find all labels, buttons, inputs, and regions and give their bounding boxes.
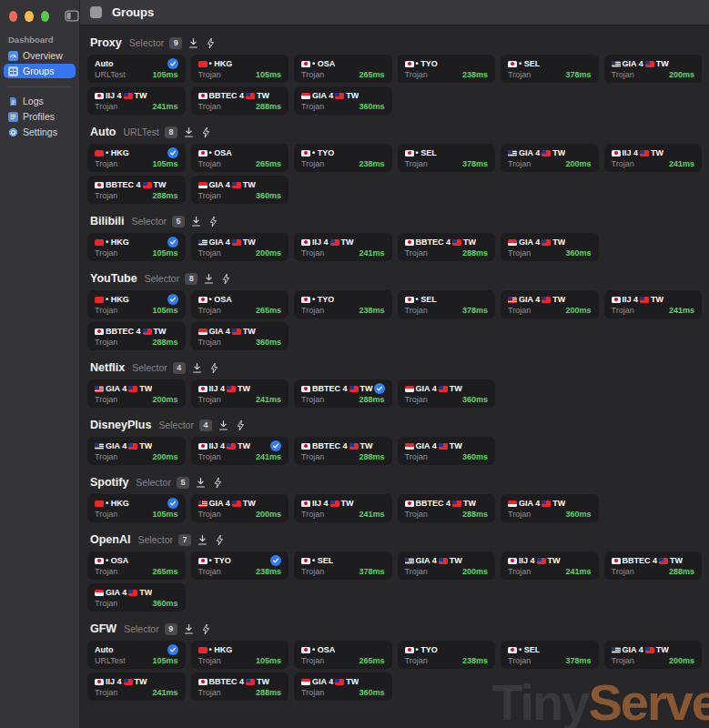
- proxy-card[interactable]: • HKGTrojan105ms: [87, 233, 186, 261]
- proxy-card[interactable]: BBTEC 4TWTrojan288ms: [294, 379, 392, 408]
- proxy-card[interactable]: AutoURLTest105ms: [87, 55, 186, 83]
- lightning-bolt-icon[interactable]: [205, 37, 217, 49]
- arrow-down-to-line-icon[interactable]: [203, 273, 215, 285]
- lightning-bolt-icon[interactable]: [200, 126, 212, 138]
- lightning-bolt-icon[interactable]: [212, 477, 224, 489]
- proxy-card[interactable]: • HKGTrojan105ms: [191, 641, 289, 669]
- proxy-card[interactable]: IIJ 4TWTrojan241ms: [604, 144, 703, 172]
- lightning-bolt-icon[interactable]: [208, 362, 220, 374]
- proxy-card[interactable]: • TYOTrojan238ms: [398, 641, 496, 669]
- proxy-latency: 378ms: [462, 159, 488, 168]
- proxy-card[interactable]: • TYOTrojan238ms: [294, 144, 392, 172]
- proxy-card[interactable]: GIA 4TWTrojan360ms: [191, 176, 289, 204]
- lightning-bolt-icon[interactable]: [220, 273, 232, 285]
- lightning-bolt-icon[interactable]: [214, 534, 226, 546]
- minimize-window-button[interactable]: [25, 11, 33, 22]
- lightning-bolt-icon[interactable]: [235, 420, 247, 431]
- arrow-down-to-line-icon[interactable]: [183, 623, 195, 635]
- proxy-card[interactable]: • HKGTrojan105ms: [87, 290, 186, 318]
- proxy-card[interactable]: GIA 4TWTrojan200ms: [191, 494, 289, 522]
- proxy-card[interactable]: GIA 4TWTrojan200ms: [501, 290, 599, 318]
- proxy-card[interactable]: IIJ 4TWTrojan241ms: [191, 437, 289, 465]
- flag-jp-icon: [95, 182, 104, 188]
- proxy-name-text: BBTEC 4: [312, 441, 348, 450]
- proxy-card[interactable]: IIJ 4TWTrojan241ms: [294, 494, 392, 522]
- proxy-card[interactable]: BBTEC 4TWTrojan288ms: [294, 437, 392, 465]
- proxy-card[interactable]: IIJ 4TWTrojan241ms: [191, 379, 289, 408]
- proxy-latency: 105ms: [256, 70, 281, 79]
- lightning-bolt-icon[interactable]: [200, 623, 212, 635]
- proxy-card[interactable]: AutoURLTest105ms: [87, 641, 186, 669]
- proxy-card[interactable]: GIA 4TWTrojan200ms: [604, 55, 703, 83]
- proxy-name-text: • TYO: [416, 59, 438, 68]
- arrow-down-to-line-icon[interactable]: [195, 477, 207, 489]
- proxy-card[interactable]: GIA 4TWTrojan360ms: [398, 379, 496, 408]
- proxy-card[interactable]: • SELTrojan378ms: [398, 290, 496, 318]
- proxy-card[interactable]: GIA 4TWTrojan360ms: [398, 437, 496, 465]
- proxy-card-top: GIA 4TW: [508, 294, 592, 305]
- proxy-card[interactable]: BBTEC 4TWTrojan288ms: [87, 322, 186, 350]
- sidebar-item-groups[interactable]: Groups: [4, 64, 76, 78]
- proxy-card[interactable]: BBTEC 4TWTrojan288ms: [191, 672, 289, 701]
- proxy-card[interactable]: • OSATrojan265ms: [87, 551, 186, 580]
- proxy-card[interactable]: GIA 4TWTrojan200ms: [501, 144, 599, 172]
- proxy-card[interactable]: GIA 4TWTrojan360ms: [294, 672, 392, 701]
- proxy-card[interactable]: IIJ 4TWTrojan241ms: [87, 672, 186, 701]
- sidebar-item-settings[interactable]: Settings: [4, 125, 76, 139]
- proxy-card[interactable]: IIJ 4TWTrojan241ms: [294, 233, 392, 261]
- proxy-card-sub: Trojan360ms: [508, 248, 592, 258]
- proxy-card[interactable]: GIA 4TWTrojan360ms: [87, 583, 186, 612]
- proxy-card[interactable]: • HKGTrojan105ms: [87, 144, 186, 172]
- flag-hk-icon: [198, 61, 208, 67]
- proxy-card[interactable]: • HKGTrojan105ms: [191, 55, 289, 83]
- close-window-button[interactable]: [9, 11, 17, 22]
- proxy-latency: 360ms: [359, 102, 384, 111]
- proxy-card[interactable]: BBTEC 4TWTrojan288ms: [604, 551, 703, 580]
- arrow-down-to-line-icon[interactable]: [218, 420, 229, 431]
- sidebar-item-profiles[interactable]: Profiles: [4, 109, 76, 124]
- proxy-card[interactable]: GIA 4TWTrojan200ms: [87, 379, 186, 408]
- arrow-down-to-line-icon[interactable]: [197, 534, 208, 546]
- proxy-card[interactable]: GIA 4TWTrojan200ms: [398, 551, 496, 580]
- proxy-card[interactable]: • OSATrojan265ms: [191, 144, 289, 172]
- arrow-down-to-line-icon[interactable]: [190, 216, 202, 228]
- arrow-down-to-line-icon[interactable]: [187, 37, 199, 49]
- proxy-card[interactable]: GIA 4TWTrojan200ms: [87, 437, 186, 465]
- proxy-card[interactable]: • SELTrojan378ms: [501, 55, 599, 83]
- proxy-latency: 200ms: [256, 248, 281, 258]
- sidebar-toggle-icon[interactable]: [65, 10, 79, 22]
- proxy-name-text: • SEL: [519, 59, 540, 68]
- proxy-card[interactable]: GIA 4TWTrojan200ms: [604, 641, 703, 669]
- proxy-card-sub: Trojan200ms: [405, 567, 489, 576]
- proxy-card[interactable]: • TYOTrojan238ms: [191, 551, 289, 580]
- proxy-card[interactable]: GIA 4TWTrojan360ms: [501, 233, 599, 261]
- proxy-card[interactable]: • SELTrojan378ms: [398, 144, 496, 172]
- proxy-card[interactable]: • OSATrojan265ms: [191, 290, 289, 318]
- proxy-card[interactable]: IIJ 4TWTrojan241ms: [604, 290, 703, 318]
- proxy-card[interactable]: IIJ 4TWTrojan241ms: [87, 86, 186, 115]
- proxy-card[interactable]: • OSATrojan265ms: [294, 641, 392, 669]
- sidebar-item-overview[interactable]: Overview: [4, 48, 76, 63]
- proxy-card[interactable]: GIA 4TWTrojan360ms: [294, 86, 392, 115]
- proxy-card[interactable]: BBTEC 4TWTrojan288ms: [398, 233, 496, 261]
- proxy-card[interactable]: • OSATrojan265ms: [294, 55, 392, 83]
- arrow-down-to-line-icon[interactable]: [183, 126, 195, 138]
- proxy-card[interactable]: GIA 4TWTrojan360ms: [191, 322, 289, 350]
- proxy-card[interactable]: GIA 4TWTrojan200ms: [191, 233, 289, 261]
- proxy-card[interactable]: BBTEC 4TWTrojan288ms: [87, 176, 186, 204]
- proxy-card[interactable]: • SELTrojan378ms: [294, 551, 392, 580]
- arrow-down-to-line-icon[interactable]: [191, 362, 203, 374]
- proxy-card[interactable]: BBTEC 4TWTrojan288ms: [398, 494, 496, 522]
- sidebar-item-logs[interactable]: Logs: [4, 94, 76, 108]
- proxy-card[interactable]: • TYOTrojan238ms: [398, 55, 496, 83]
- zoom-window-button[interactable]: [41, 11, 49, 22]
- proxy-card[interactable]: BBTEC 4TWTrojan288ms: [191, 86, 289, 115]
- proxy-card[interactable]: • TYOTrojan238ms: [294, 290, 392, 318]
- proxy-card[interactable]: • SELTrojan378ms: [501, 641, 599, 669]
- flag-tw-icon: [330, 500, 339, 507]
- proxy-card[interactable]: • HKGTrojan105ms: [87, 494, 186, 522]
- proxy-name: BBTEC 4TW: [301, 441, 373, 450]
- lightning-bolt-icon[interactable]: [208, 216, 219, 228]
- proxy-card[interactable]: GIA 4TWTrojan360ms: [501, 494, 599, 522]
- proxy-card[interactable]: IIJ 4TWTrojan241ms: [501, 551, 599, 580]
